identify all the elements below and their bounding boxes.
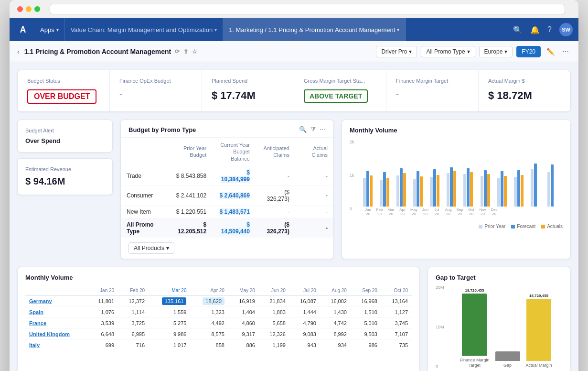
monthly-title: Monthly Volume [25, 274, 412, 281]
left-panel: Budget Alert Over Spend Estimated Revenu… [17, 120, 113, 259]
kpi-finance-margin: Finance Margin Target - [386, 70, 479, 111]
bar-group-dec [547, 164, 563, 207]
nav-breadcrumb2[interactable]: 1. Marketing / 1.1 Pricing & Promotion A… [223, 18, 406, 41]
country-germany[interactable]: Germany [25, 295, 87, 307]
country-italy[interactable]: Italy [25, 339, 87, 350]
gap-bars: 18,720,455 Finance MarginTarget Gap [436, 285, 563, 369]
url-bar[interactable] [50, 4, 565, 14]
all-promo-type-filter[interactable]: All Promo Type ▾ [421, 46, 475, 57]
star-icon[interactable]: ☆ [192, 48, 197, 55]
apps-label: Apps [40, 26, 54, 33]
close-button[interactable] [17, 6, 23, 12]
row-prior: $ 1,220,551 [169, 205, 212, 218]
row-anticipated: - [256, 166, 295, 186]
panels-row: Budget Alert Over Spend Estimated Revenu… [17, 120, 571, 259]
titlebar [10, 0, 578, 18]
search-icon[interactable]: 🔍 [513, 25, 523, 34]
monthly-table: Jan 20 Feb 20 Mar 20 Apr 20 May 20 Jun 2… [25, 286, 412, 350]
row-prior: $ 8,543,858 [169, 166, 212, 186]
col-actual: Actual Claims [295, 138, 333, 166]
app-logo[interactable]: A [15, 22, 31, 37]
monthly-volume-panel: Monthly Volume Jan 20 Feb 20 Mar 20 Apr … [17, 267, 420, 371]
budget-icons: 🔍 ⧩ ⋯ [299, 126, 326, 133]
kpi-gross-margin: Gross Margin Target Sta... ABOVE TARGET [294, 70, 386, 111]
budget-panel: Budget by Promo Type 🔍 ⧩ ⋯ Prior YearBud… [120, 120, 334, 259]
toolbar-actions: Driver Pro ▾ All Promo Type ▾ Europe ▾ F… [376, 46, 571, 57]
all-products-button[interactable]: All Products ▾ [128, 242, 174, 254]
table-row: Consumer $ 2,441,102 $ 2,640,869 ($ 326,… [121, 186, 333, 205]
gap-bar-finance: 18,720,455 Finance MarginTarget [460, 288, 489, 369]
col-prior: Prior YearBudget [169, 138, 212, 166]
budget-header: Budget by Promo Type 🔍 ⧩ ⋯ [121, 120, 333, 138]
country-spain[interactable]: Spain [25, 306, 87, 317]
bar-group-sep [497, 171, 513, 207]
row-name: Consumer [121, 186, 169, 205]
row-actual: - [295, 166, 333, 186]
more-button[interactable]: ⋯ [560, 46, 571, 57]
more-table-icon[interactable]: ⋯ [320, 126, 326, 133]
bar-group-may [430, 169, 445, 207]
row-current: $ 14,509,440 [212, 218, 256, 238]
share-icon[interactable]: ⇪ [183, 48, 188, 55]
kpi-actual-margin-label: Actual Margin $ [488, 78, 561, 84]
europe-filter[interactable]: Europe ▾ [479, 46, 513, 57]
kpi-planned-spend-label: Planned Spend [212, 78, 284, 84]
chart-y-axis: 2k 1k 0 [350, 140, 354, 211]
month-col-jun: Jun 20 [259, 286, 289, 295]
estimated-revenue-value: $ 94.16M [25, 176, 105, 187]
bar-group-jul [463, 168, 479, 207]
bar-chart [350, 140, 563, 207]
month-col-jul: Jul 20 [289, 286, 320, 295]
kpi-gross-margin-label: Gross Margin Target Sta... [304, 78, 376, 84]
edit-button[interactable]: ✏️ [545, 46, 556, 57]
bar-group-nov [531, 164, 546, 207]
row-actual: - [295, 218, 333, 238]
month-col-jan: Jan 20 [87, 286, 118, 295]
search-table-icon[interactable]: 🔍 [299, 126, 307, 133]
logo-icon: A [20, 25, 26, 35]
row-anticipated: ($ 326,273) [256, 186, 295, 205]
user-avatar[interactable]: SW [559, 23, 573, 36]
nav-breadcrumb1[interactable]: Value Chain: Margin Management and Optim… [65, 18, 223, 41]
content: Budget Status OVER BUDGET Finance OpEx B… [10, 62, 578, 371]
month-col-country [25, 286, 87, 295]
kpi-budget-status-label: Budget Status [27, 78, 100, 84]
chart-title: Monthly Volume [350, 127, 563, 134]
row-prior: $ 12,205,512 [169, 218, 212, 238]
month-col-may: May 20 [228, 286, 259, 295]
bar-group-jun [447, 167, 462, 207]
maximize-button[interactable] [34, 6, 40, 12]
dotted-line [447, 290, 563, 290]
country-france[interactable]: France [25, 317, 87, 328]
app-window: A Apps ▾ Value Chain: Margin Management … [10, 0, 578, 371]
table-row: Trade $ 8,543,858 $ 10,384,999 - - [121, 166, 333, 186]
kpi-budget-status-value: OVER BUDGET [27, 89, 100, 104]
help-icon[interactable]: ? [547, 25, 552, 34]
gap-chart-container: 20M 10M 0 18,720,455 Finance MarginTarge… [436, 285, 563, 371]
bar-group-mar [396, 168, 412, 207]
gap-bar-gap: Gap [495, 298, 520, 369]
gap-y-axis: 20M 10M 0 [436, 285, 444, 369]
table-row: Germany 11,801 12,372 135,161 18,620 16,… [25, 295, 412, 307]
breadcrumb2-chevron-icon: ▾ [397, 27, 399, 33]
country-uk[interactable]: United Kingdom [25, 328, 87, 339]
apps-chevron-icon: ▾ [56, 27, 59, 33]
nav-apps[interactable]: Apps ▾ [34, 18, 65, 41]
bottom-row: Monthly Volume Jan 20 Feb 20 Mar 20 Apr … [17, 267, 571, 371]
month-col-apr: Apr 20 [190, 286, 228, 295]
row-name: All Promo Type [121, 218, 169, 238]
refresh-icon[interactable]: ⟳ [175, 48, 180, 55]
bell-icon[interactable]: 🔔 [530, 25, 540, 34]
back-button[interactable]: ‹ [17, 48, 20, 55]
bar-group-oct [514, 170, 529, 207]
kpi-finance-opex-label: Finance OpEx Budget [119, 78, 192, 84]
chart-x-labels: Jan 20 Feb 20 Mar 20 Apr 20 May 20 Jun 2… [350, 207, 563, 216]
driver-pro-filter[interactable]: Driver Pro ▾ [376, 46, 417, 57]
table-total-row: All Promo Type $ 12,205,512 $ 14,509,440… [121, 218, 333, 238]
minimize-button[interactable] [26, 6, 32, 12]
fy-filter[interactable]: FY20 [516, 46, 541, 57]
legend-actuals: Actuals [541, 224, 563, 229]
chart-container: 2k 1k 0 [350, 140, 563, 221]
filter-icon[interactable]: ⧩ [310, 126, 316, 133]
bar-group-apr [413, 171, 428, 207]
